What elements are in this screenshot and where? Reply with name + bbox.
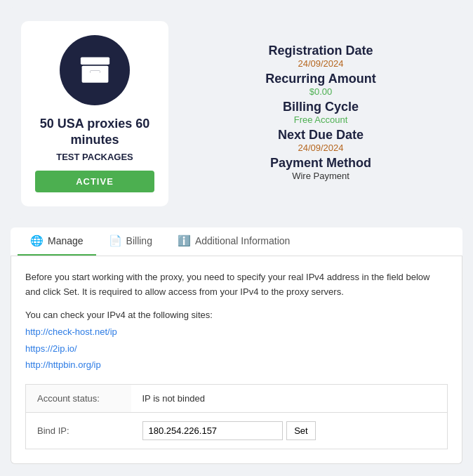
info-icon: ℹ️	[178, 234, 191, 247]
product-card: 50 USA proxies 60 minutes TEST PACKAGES …	[7, 7, 466, 220]
link-check-host[interactable]: http://check-host.net/ip	[25, 324, 448, 340]
tabs-section: 🌐 Manage 📄 Billing ℹ️ Additional Informa…	[11, 227, 462, 464]
registration-date-label: Registration Date	[189, 44, 452, 58]
billing-cycle-item: Billing Cycle Free Account	[189, 100, 452, 126]
product-left-panel: 50 USA proxies 60 minutes TEST PACKAGES …	[21, 21, 168, 206]
product-tag: TEST PACKAGES	[56, 152, 133, 162]
link-httpbin[interactable]: http://httpbin.org/ip	[25, 357, 448, 373]
box-icon	[76, 51, 114, 90]
intro-paragraph: Before you start working with the proxy,…	[25, 270, 448, 300]
check-text: You can check your IPv4 at the following…	[25, 310, 448, 320]
payment-method-value: Wire Payment	[189, 171, 452, 181]
tab-billing-label: Billing	[126, 235, 152, 246]
bind-ip-row: Bind IP: Set	[26, 412, 448, 449]
next-due-date-value: 24/09/2024	[189, 143, 452, 153]
billing-cycle-value: Free Account	[189, 114, 452, 125]
status-table: Account status: IP is not binded Bind IP…	[25, 384, 448, 449]
payment-method-label: Payment Method	[189, 156, 452, 171]
bind-ip-label: Bind IP:	[26, 412, 131, 449]
links-section: You can check your IPv4 at the following…	[25, 310, 448, 373]
tab-additional-info-label: Additional Information	[195, 235, 290, 246]
manage-icon: 🌐	[30, 234, 44, 247]
intro-line2: and click Set. It is required to allow a…	[25, 286, 344, 297]
product-details: Registration Date 24/09/2024 Recurring A…	[189, 44, 452, 184]
product-name: 50 USA proxies 60 minutes	[35, 116, 154, 149]
tab-billing[interactable]: 📄 Billing	[96, 227, 165, 256]
tab-manage-label: Manage	[48, 235, 84, 246]
recurring-amount-item: Recurring Amount $0.00	[189, 72, 452, 98]
intro-line1: Before you start working with the proxy,…	[25, 272, 429, 282]
link-2ip[interactable]: https://2ip.io/	[25, 341, 448, 357]
tab-additional-info[interactable]: ℹ️ Additional Information	[165, 227, 302, 256]
bind-ip-input[interactable]	[142, 421, 283, 440]
recurring-amount-value: $0.00	[189, 86, 452, 97]
recurring-amount-label: Recurring Amount	[189, 72, 452, 86]
tabs-bar: 🌐 Manage 📄 Billing ℹ️ Additional Informa…	[11, 227, 462, 256]
account-status-value: IP is not binded	[131, 384, 448, 412]
next-due-date-label: Next Due Date	[189, 128, 452, 143]
manage-content-panel: Before you start working with the proxy,…	[11, 256, 462, 464]
registration-date-value: 24/09/2024	[189, 58, 452, 69]
account-status-row: Account status: IP is not binded	[26, 384, 448, 412]
svg-rect-0	[80, 57, 109, 64]
svg-rect-3	[90, 70, 100, 72]
bind-ip-cell: Set	[131, 412, 448, 449]
billing-icon: 📄	[109, 234, 122, 247]
tab-manage[interactable]: 🌐 Manage	[18, 227, 96, 256]
status-badge: ACTIVE	[35, 171, 154, 192]
payment-method-item: Payment Method Wire Payment	[189, 156, 452, 183]
next-due-date-item: Next Due Date 24/09/2024	[189, 128, 452, 154]
set-button[interactable]: Set	[286, 421, 316, 440]
billing-cycle-label: Billing Cycle	[189, 100, 452, 114]
registration-date-item: Registration Date 24/09/2024	[189, 44, 452, 70]
svg-rect-1	[81, 65, 108, 82]
product-icon	[60, 35, 130, 105]
account-status-label: Account status:	[26, 384, 131, 412]
